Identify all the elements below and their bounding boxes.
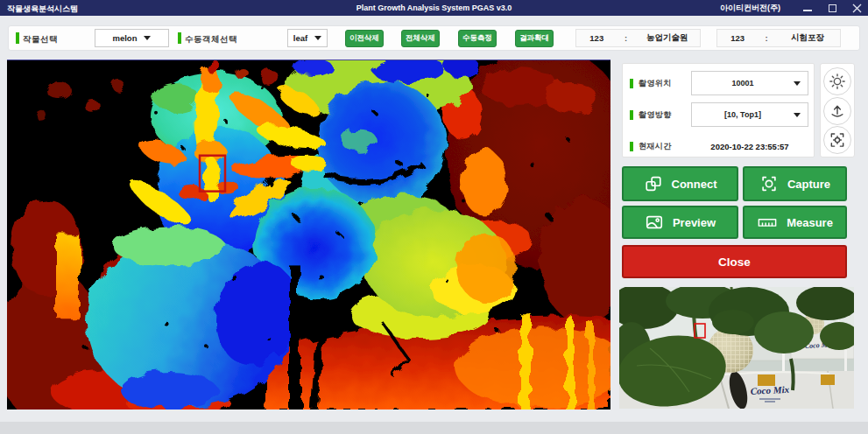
close-window-button[interactable]	[850, 2, 863, 14]
chevron-down-icon	[314, 36, 321, 40]
minimize-button[interactable]	[801, 2, 814, 14]
manual-measure-button[interactable]: 수동측정	[458, 30, 497, 47]
org-field[interactable]: 123 : 농업기술원	[575, 29, 701, 47]
upload-button[interactable]	[823, 97, 851, 125]
tool-icon-panel	[820, 63, 855, 158]
capture-icon	[759, 174, 779, 193]
site-separator: :	[758, 33, 775, 43]
current-time-label: 현재시간	[639, 141, 672, 152]
settings-button[interactable]	[823, 67, 851, 95]
maximize-icon	[829, 4, 836, 12]
capture-direction-label: 촬영방향	[639, 109, 672, 121]
measure-label: Measure	[787, 216, 833, 229]
preview-icon	[645, 213, 664, 232]
current-time-value: 2020-10-22 23:55:57	[684, 134, 815, 158]
capture-location-value: 10001	[692, 79, 794, 88]
org-name: 농업기술원	[635, 32, 700, 44]
company-name: 아이티컨버전(주)	[720, 3, 780, 14]
capture-info-panel: 촬영위치 10001 촬영방향 [10, Top1] 현재시간 2020-10-…	[622, 63, 815, 158]
toolbar: 작물선택 melon 수동객체선택 leaf 이전삭제 전체삭제 수동측정 결과…	[9, 26, 859, 50]
object-select-value: leaf	[293, 33, 307, 43]
capture-direction-marker	[630, 110, 633, 120]
org-separator: :	[617, 33, 635, 43]
object-select-label: 수동객체선택	[185, 34, 237, 46]
maximize-button[interactable]	[826, 2, 838, 14]
delete-previous-button[interactable]: 이전삭제	[345, 30, 384, 47]
close-button[interactable]: Close	[622, 245, 847, 278]
capture-button[interactable]: Capture	[743, 166, 847, 201]
capture-location-marker	[630, 79, 633, 88]
object-select-marker	[178, 32, 181, 44]
chevron-down-icon	[794, 81, 801, 86]
preview-label: Preview	[673, 216, 716, 229]
chevron-down-icon	[144, 36, 151, 40]
gear-icon	[829, 73, 846, 90]
org-code: 123	[576, 33, 617, 43]
zoom-result-button[interactable]: 결과확대	[515, 30, 554, 47]
photo-preview: Coco Mix Coco Coco Mix	[619, 287, 854, 409]
site-name: 시험포장	[775, 32, 840, 44]
measure-button[interactable]: Measure	[743, 206, 847, 239]
current-time-marker	[630, 142, 633, 151]
crop-select-label: 작물선택	[23, 34, 58, 46]
close-icon	[852, 4, 862, 13]
crop-select-dropdown[interactable]: melon	[95, 29, 169, 47]
upload-icon	[829, 102, 846, 120]
ruler-icon	[757, 213, 778, 232]
minimize-icon	[803, 10, 812, 11]
site-code: 123	[717, 33, 758, 43]
app-window: 작물생육분석시스템 Plant Growth Analysis System P…	[0, 0, 868, 434]
grow-bag-label-center: Coco Mix	[750, 384, 789, 396]
title-bar: 작물생육분석시스템 Plant Growth Analysis System P…	[0, 0, 868, 16]
connect-button[interactable]: Connect	[622, 166, 738, 201]
site-field[interactable]: 123 : 시험포장	[716, 29, 841, 47]
bottom-strip	[0, 422, 868, 434]
connect-label: Connect	[672, 178, 717, 191]
connect-icon	[644, 174, 663, 193]
delete-all-button[interactable]: 전체삭제	[401, 30, 440, 47]
capture-label: Capture	[787, 178, 830, 191]
preview-button[interactable]: Preview	[622, 206, 738, 239]
object-select-dropdown[interactable]: leaf	[287, 29, 328, 47]
crop-select-value: melon	[113, 33, 138, 43]
chevron-down-icon	[794, 113, 801, 117]
capture-location-dropdown[interactable]: 10001	[691, 71, 808, 95]
autofocus-button[interactable]	[823, 126, 851, 154]
capture-direction-dropdown[interactable]: [10, Top1]	[691, 102, 808, 127]
autofocus-icon	[829, 131, 846, 149]
crop-select-marker	[16, 32, 19, 44]
capture-location-label: 촬영위치	[639, 78, 672, 89]
depth-map-view[interactable]	[7, 60, 610, 410]
capture-direction-value: [10, Top1]	[692, 110, 794, 119]
